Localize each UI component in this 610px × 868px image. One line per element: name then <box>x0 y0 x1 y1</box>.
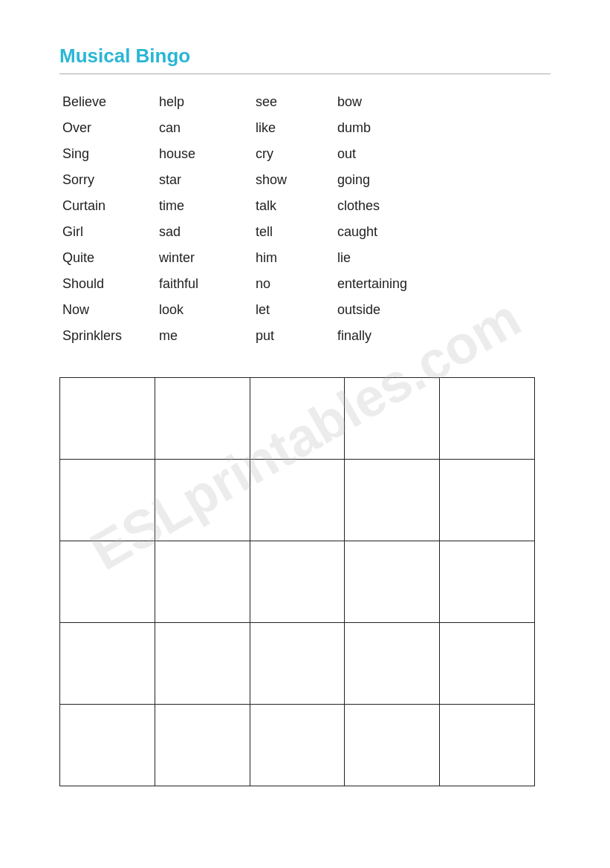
bingo-cell[interactable] <box>440 705 535 786</box>
word-cell: like <box>253 117 334 140</box>
word-cell: dumb <box>334 117 453 140</box>
bingo-cell[interactable] <box>345 705 440 786</box>
word-cell: finally <box>334 324 453 347</box>
word-cell: bow <box>334 91 453 114</box>
bingo-cell[interactable] <box>155 378 250 460</box>
word-cell: outside <box>334 298 453 322</box>
word-list: BelievehelpseebowOvercanlikedumbSinghous… <box>59 91 551 347</box>
bingo-cell[interactable] <box>345 378 440 460</box>
word-cell: entertaining <box>334 273 453 296</box>
word-cell: look <box>156 298 253 322</box>
word-cell: lie <box>334 247 453 270</box>
bingo-cell[interactable] <box>60 541 155 623</box>
bingo-cell[interactable] <box>155 541 250 623</box>
word-cell: him <box>253 247 334 270</box>
word-cell: show <box>253 169 334 192</box>
bingo-cell[interactable] <box>155 705 250 786</box>
word-cell: can <box>156 117 253 140</box>
word-cell: going <box>334 169 453 192</box>
word-cell: Believe <box>59 91 156 114</box>
bingo-cell[interactable] <box>250 623 345 705</box>
word-cell: no <box>253 273 334 296</box>
bingo-cell[interactable] <box>345 460 440 541</box>
bingo-cell[interactable] <box>440 541 535 623</box>
title-divider <box>59 74 551 74</box>
bingo-cell[interactable] <box>60 378 155 460</box>
bingo-cell[interactable] <box>250 705 345 786</box>
bingo-cell[interactable] <box>60 705 155 786</box>
word-cell: clothes <box>334 195 453 218</box>
word-cell: Quite <box>59 247 156 270</box>
word-cell: Girl <box>59 221 156 244</box>
word-cell: help <box>156 91 253 114</box>
word-cell: Should <box>59 273 156 296</box>
bingo-cell[interactable] <box>440 623 535 705</box>
bingo-cell[interactable] <box>155 460 250 541</box>
word-cell: Curtain <box>59 195 156 218</box>
bingo-cell[interactable] <box>345 541 440 623</box>
word-cell: winter <box>156 247 253 270</box>
word-cell: out <box>334 143 453 166</box>
word-cell: caught <box>334 221 453 244</box>
bingo-cell[interactable] <box>440 460 535 541</box>
word-cell: time <box>156 195 253 218</box>
bingo-cell[interactable] <box>60 623 155 705</box>
word-cell: Sprinklers <box>59 324 156 347</box>
bingo-cell[interactable] <box>345 623 440 705</box>
word-cell: Now <box>59 298 156 322</box>
page-title: Musical Bingo <box>59 45 551 68</box>
bingo-cell[interactable] <box>60 460 155 541</box>
word-cell: Sing <box>59 143 156 166</box>
word-cell: sad <box>156 221 253 244</box>
bingo-cell[interactable] <box>440 378 535 460</box>
word-cell: star <box>156 169 253 192</box>
bingo-cell[interactable] <box>250 378 345 460</box>
bingo-grid <box>59 377 535 786</box>
bingo-cell[interactable] <box>250 460 345 541</box>
word-cell: cry <box>253 143 334 166</box>
word-cell: see <box>253 91 334 114</box>
word-cell: put <box>253 324 334 347</box>
word-cell: faithful <box>156 273 253 296</box>
word-cell: talk <box>253 195 334 218</box>
bingo-cell[interactable] <box>250 541 345 623</box>
word-cell: tell <box>253 221 334 244</box>
word-cell: Over <box>59 117 156 140</box>
bingo-cell[interactable] <box>155 623 250 705</box>
word-cell: Sorry <box>59 169 156 192</box>
word-cell: let <box>253 298 334 322</box>
word-cell: house <box>156 143 253 166</box>
word-cell: me <box>156 324 253 347</box>
